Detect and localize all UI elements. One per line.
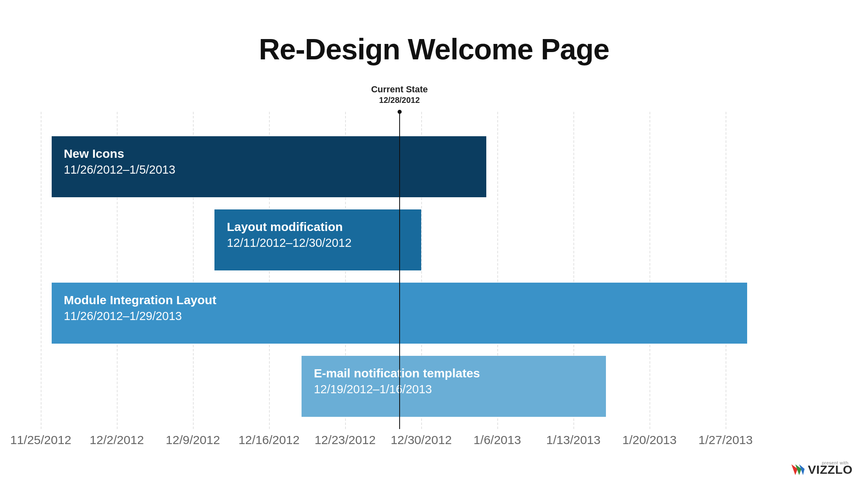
axis-tick-label: 12/30/2012	[380, 433, 462, 447]
task-range: 12/19/2012–1/16/2013	[314, 383, 594, 396]
gantt-bar: Layout modification12/11/2012–12/30/2012	[214, 209, 421, 270]
axis-tick-label: 12/16/2012	[228, 433, 310, 447]
current-state-line	[399, 112, 400, 429]
current-state-label: Current State12/28/2012	[371, 84, 428, 105]
axis-tick-label: 11/25/2012	[0, 433, 81, 447]
brand-name: VIZZLO	[808, 463, 853, 477]
logo-icon	[790, 462, 805, 477]
brand-logo: VIZZLO	[790, 462, 853, 477]
axis-tick-label: 12/23/2012	[304, 433, 386, 447]
task-name: Layout modification	[227, 220, 409, 234]
axis-tick-label: 1/13/2013	[533, 433, 614, 447]
task-name: E-mail notification templates	[314, 366, 594, 380]
axis-tick-label: 1/27/2013	[685, 433, 766, 447]
axis-tick-label: 1/6/2013	[457, 433, 538, 447]
axis-tick-label: 12/2/2012	[76, 433, 157, 447]
axis-tick-label: 1/20/2013	[609, 433, 690, 447]
gantt-bar: New Icons11/26/2012–1/5/2013	[52, 136, 487, 197]
task-name: New Icons	[64, 147, 474, 161]
grid-line	[649, 112, 650, 429]
gantt-bar: E-mail notification templates12/19/2012–…	[302, 356, 606, 417]
gantt-chart: 11/25/201212/2/201212/9/201212/16/201212…	[41, 112, 802, 449]
chart-title: Re-Design Welcome Page	[0, 33, 868, 66]
grid-line	[41, 112, 42, 429]
axis-tick-label: 12/9/2012	[152, 433, 234, 447]
task-range: 12/11/2012–12/30/2012	[227, 236, 409, 250]
task-range: 11/26/2012–1/5/2013	[64, 163, 474, 176]
grid-line	[726, 112, 726, 429]
